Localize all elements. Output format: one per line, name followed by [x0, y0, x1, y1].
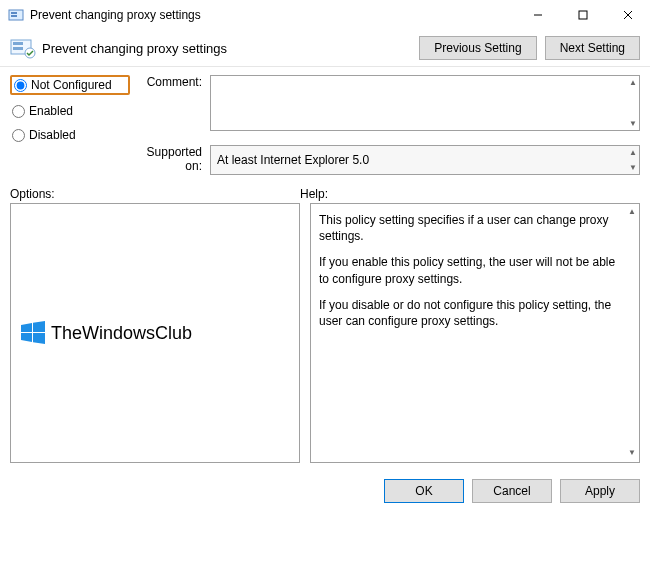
previous-setting-button[interactable]: Previous Setting — [419, 36, 536, 60]
svg-marker-13 — [21, 333, 32, 342]
title-bar: Prevent changing proxy settings — [0, 0, 650, 30]
state-radio-group: Not Configured Enabled Disabled — [10, 75, 130, 175]
radio-disabled-label: Disabled — [29, 128, 76, 142]
radio-enabled-input[interactable] — [12, 105, 25, 118]
comment-label: Comment: — [130, 75, 202, 131]
radio-disabled-input[interactable] — [12, 129, 25, 142]
cancel-button[interactable]: Cancel — [472, 479, 552, 503]
minimize-button[interactable] — [515, 0, 560, 30]
svg-rect-2 — [11, 15, 17, 17]
windows-logo-icon — [19, 319, 47, 347]
svg-rect-9 — [13, 47, 23, 50]
close-button[interactable] — [605, 0, 650, 30]
scroll-down-icon[interactable]: ▼ — [629, 119, 637, 128]
radio-enabled-label: Enabled — [29, 104, 73, 118]
svg-marker-11 — [21, 323, 32, 332]
svg-rect-8 — [13, 42, 23, 45]
supported-on-value: At least Internet Explorer 5.0 — [217, 153, 369, 167]
svg-marker-14 — [33, 333, 45, 344]
supported-on-field: At least Internet Explorer 5.0 ▲ ▼ — [210, 145, 640, 175]
svg-rect-4 — [579, 11, 587, 19]
header: Prevent changing proxy settings Previous… — [0, 30, 650, 67]
options-pane: TheWindowsClub — [10, 203, 300, 463]
help-text-1: This policy setting specifies if a user … — [319, 212, 621, 244]
scroll-up-icon[interactable]: ▲ — [628, 207, 636, 218]
supported-on-label: Supported on: — [130, 145, 202, 175]
radio-not-configured-input[interactable] — [14, 79, 27, 92]
policy-icon — [10, 37, 36, 59]
scroll-up-icon[interactable]: ▲ — [629, 78, 637, 87]
ok-button[interactable]: OK — [384, 479, 464, 503]
svg-rect-1 — [11, 12, 17, 14]
scroll-up-icon[interactable]: ▲ — [629, 148, 637, 157]
apply-button[interactable]: Apply — [560, 479, 640, 503]
maximize-button[interactable] — [560, 0, 605, 30]
next-setting-button[interactable]: Next Setting — [545, 36, 640, 60]
scroll-down-icon[interactable]: ▼ — [628, 448, 636, 459]
window-title: Prevent changing proxy settings — [30, 8, 515, 22]
comment-field[interactable]: ▲ ▼ — [210, 75, 640, 131]
help-pane: This policy setting specifies if a user … — [310, 203, 640, 463]
watermark: TheWindowsClub — [19, 319, 192, 347]
watermark-text: TheWindowsClub — [51, 323, 192, 344]
app-icon — [8, 7, 24, 23]
radio-not-configured-label: Not Configured — [31, 78, 112, 92]
header-label: Prevent changing proxy settings — [42, 41, 411, 56]
footer: OK Cancel Apply — [0, 469, 650, 513]
help-label: Help: — [300, 187, 328, 201]
scroll-down-icon[interactable]: ▼ — [629, 163, 637, 172]
options-label: Options: — [10, 187, 300, 201]
svg-marker-12 — [33, 321, 45, 332]
radio-enabled[interactable]: Enabled — [10, 103, 130, 119]
radio-disabled[interactable]: Disabled — [10, 127, 130, 143]
help-text-3: If you disable or do not configure this … — [319, 297, 621, 329]
radio-not-configured[interactable]: Not Configured — [10, 75, 130, 95]
help-text-2: If you enable this policy setting, the u… — [319, 254, 621, 286]
